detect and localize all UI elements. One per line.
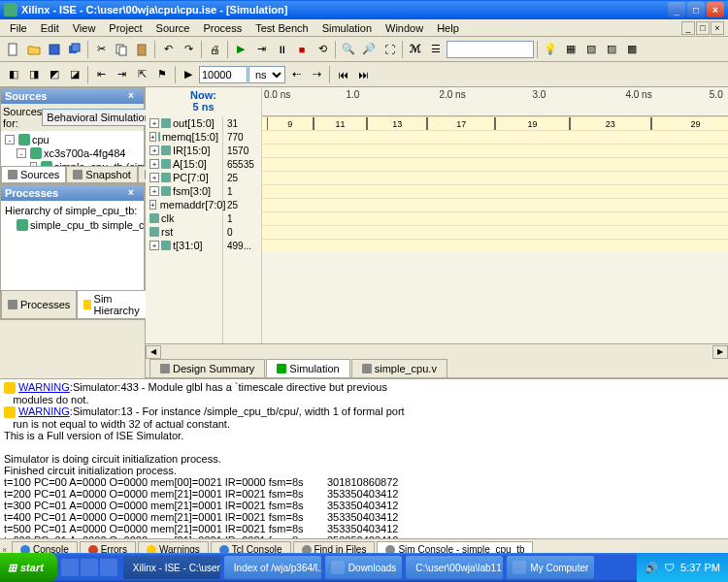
undo-button[interactable]: ↶ xyxy=(158,40,178,59)
taskbar-item[interactable]: Index of /wja/p364/l... xyxy=(224,556,321,579)
options-button[interactable]: ☰ xyxy=(426,40,446,59)
step-button[interactable]: ⇥ xyxy=(251,40,271,59)
minimize-button[interactable]: _ xyxy=(668,2,685,17)
menu-source[interactable]: Source xyxy=(150,20,196,36)
tab-sim-hierarchy[interactable]: Sim Hierarchy xyxy=(77,291,149,319)
tab-source-file[interactable]: simple_cpu.v xyxy=(351,359,447,377)
taskbar-item[interactable]: Downloads xyxy=(325,556,402,579)
expand-icon[interactable]: + xyxy=(149,241,159,250)
signal-names[interactable]: +out[15:0]+memq[15:0]+IR[15:0]+A[15:0]+P… xyxy=(146,116,223,343)
signal-name[interactable]: PC[7:0] xyxy=(173,172,209,183)
run-time-input[interactable] xyxy=(199,66,248,83)
tool-a-button[interactable]: ▦ xyxy=(561,40,580,59)
stop-button[interactable]: ■ xyxy=(292,40,312,59)
clock[interactable]: 5:37 PM xyxy=(680,562,720,573)
tab-processes[interactable]: Processes xyxy=(1,291,77,319)
ql-desktop-icon[interactable] xyxy=(61,559,79,576)
zoom-out-button[interactable]: 🔎 xyxy=(359,40,379,59)
expand-icon[interactable]: + xyxy=(149,146,159,155)
taskbar-item[interactable]: C:\user\00wja\lab11 xyxy=(406,556,503,579)
sources-tree[interactable]: -cpu -xc3s700a-4fg484 +simple_cpu_tb (si… xyxy=(1,131,144,166)
wave-lane[interactable] xyxy=(262,130,728,144)
menu-view[interactable]: View xyxy=(67,20,102,36)
start-button[interactable]: ⊞start xyxy=(0,553,57,582)
tool-d-button[interactable]: ▩ xyxy=(622,40,642,59)
sim-d-button[interactable]: ◪ xyxy=(65,65,84,84)
open-button[interactable] xyxy=(24,40,44,59)
wave-lane[interactable] xyxy=(262,144,728,157)
signal-name[interactable]: out[15:0] xyxy=(173,117,215,129)
signal-name[interactable]: A[15:0] xyxy=(173,158,207,170)
go-start-button[interactable]: ⏮ xyxy=(333,65,352,84)
tool-c-button[interactable]: ▨ xyxy=(602,40,621,59)
time-ruler[interactable]: 0.0 ns 1.0 2.0 ns 3.0 4.0 ns 5.0 xyxy=(262,87,728,116)
wave-lane[interactable] xyxy=(262,211,728,225)
time-unit-select[interactable]: ns xyxy=(248,66,285,83)
wave-lane[interactable] xyxy=(262,157,728,171)
expand-icon[interactable]: - xyxy=(5,135,15,145)
tab-simulation[interactable]: Simulation xyxy=(266,359,349,377)
print-button[interactable]: 🖨 xyxy=(205,40,224,59)
signal-name[interactable]: fsm[3:0] xyxy=(173,185,211,197)
close-button[interactable]: × xyxy=(707,2,724,17)
restart-button[interactable]: ⟲ xyxy=(313,40,332,59)
wave-lane[interactable] xyxy=(262,225,728,239)
system-tray[interactable]: 🔊 🛡 5:37 PM xyxy=(637,553,728,582)
taskbar-item[interactable]: Xilinx - ISE - C:\user\... xyxy=(123,556,220,579)
signal-name[interactable]: IR[15:0] xyxy=(173,145,211,156)
scroll-right-button[interactable]: ▶ xyxy=(712,345,728,359)
signal-name[interactable]: t[31:0] xyxy=(173,240,203,251)
marker-button[interactable]: ⚑ xyxy=(152,65,172,84)
menu-file[interactable]: File xyxy=(4,20,33,36)
paste-button[interactable] xyxy=(132,40,151,59)
mdi-close-button[interactable]: × xyxy=(711,21,724,35)
expand-icon[interactable]: + xyxy=(149,132,156,142)
menu-process[interactable]: Process xyxy=(197,20,248,36)
sim-c-button[interactable]: ◩ xyxy=(45,65,64,84)
wave-lane[interactable] xyxy=(262,198,728,211)
sources-close-button[interactable]: × xyxy=(128,90,140,102)
copy-button[interactable] xyxy=(112,40,131,59)
menu-testbench[interactable]: Test Bench xyxy=(249,20,314,36)
save-all-button[interactable] xyxy=(65,40,84,59)
pause-button[interactable]: ⏸ xyxy=(272,40,291,59)
expand-icon[interactable]: + xyxy=(149,159,159,169)
signal-name[interactable]: memaddr[7:0] xyxy=(160,199,226,210)
tab-sources[interactable]: Sources xyxy=(1,167,66,183)
ql-app-icon[interactable] xyxy=(100,559,117,576)
tab-snapshot[interactable]: Snapshot xyxy=(66,167,137,183)
tab-design-summary[interactable]: Design Summary xyxy=(149,359,265,377)
step-back-button[interactable]: ⇠ xyxy=(286,65,306,84)
signal-name[interactable]: memq[15:0] xyxy=(162,131,218,143)
tray-icon[interactable]: 🛡 xyxy=(664,562,675,573)
scroll-left-button[interactable]: ◀ xyxy=(146,345,161,359)
maximize-button[interactable]: □ xyxy=(687,2,705,17)
expand-icon[interactable]: + xyxy=(149,200,156,210)
signal-name[interactable]: rst xyxy=(161,226,173,238)
process-item[interactable]: simple_cpu_tb simple_cpu_tb xyxy=(30,219,144,231)
taskbar-item[interactable]: My Computer xyxy=(507,556,594,579)
wave-lane[interactable] xyxy=(262,184,728,198)
console-output[interactable]: WARNING:Simulator:433 - Module glbl has … xyxy=(0,378,728,538)
wave-hscroll[interactable]: ◀ ▶ xyxy=(146,343,728,359)
sim-a-button[interactable]: ◧ xyxy=(4,65,23,84)
wave-lane[interactable] xyxy=(262,171,728,184)
wave-lane[interactable]: 911131719232931 xyxy=(262,116,728,130)
expand-icon[interactable]: + xyxy=(149,173,159,182)
tray-icon[interactable]: 🔊 xyxy=(645,562,658,574)
next-edge-button[interactable]: ⇥ xyxy=(112,65,131,84)
new-button[interactable] xyxy=(4,40,23,59)
go-end-button[interactable]: ⏭ xyxy=(353,65,373,84)
mdi-restore-button[interactable]: □ xyxy=(696,21,710,35)
expand-icon[interactable]: - xyxy=(17,148,26,158)
waveform-canvas[interactable]: 911131719232931 xyxy=(262,116,728,343)
cut-button[interactable]: ✂ xyxy=(91,40,111,59)
step-fwd-button[interactable]: ⇢ xyxy=(307,65,326,84)
redo-button[interactable]: ↷ xyxy=(179,40,198,59)
menu-help[interactable]: Help xyxy=(431,20,465,36)
zoom-fit-button[interactable]: ⛶ xyxy=(380,40,399,59)
zoom-in-button[interactable]: 🔍 xyxy=(339,40,358,59)
menu-window[interactable]: Window xyxy=(380,20,429,36)
cursor-button[interactable]: ⇱ xyxy=(132,65,151,84)
tool-b-button[interactable]: ▧ xyxy=(581,40,601,59)
